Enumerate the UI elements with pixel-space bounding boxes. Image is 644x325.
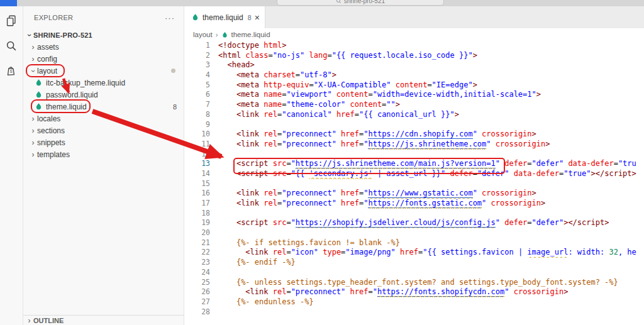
code-line[interactable]: 14 <script src="{{ 'secondary.js' | asse…: [185, 169, 644, 179]
chevron-right-icon: ›: [29, 114, 37, 123]
code-line[interactable]: 7 <meta name="theme-color" content="">: [185, 100, 644, 110]
tree-item-itc-backup-theme-liquid[interactable]: itc-backup_theme.liquid: [23, 77, 184, 89]
code-line[interactable]: 1<!doctype html>: [185, 41, 644, 51]
code-line[interactable]: 17 <link rel="preconnect" href="https://…: [185, 199, 644, 209]
explorer-header: EXPLORER ···: [23, 6, 184, 29]
tree-item-label: config: [37, 55, 57, 63]
code-line-text: <meta charset="utf-8">: [218, 70, 644, 80]
tree-item-password-liquid[interactable]: password.liquid: [23, 89, 184, 101]
code-line[interactable]: 26 <link rel="preconnect" href="https://…: [185, 287, 644, 297]
code-line-text: [218, 209, 644, 219]
line-number: 22: [185, 248, 218, 258]
code-line-text: {%- endunless -%}: [218, 297, 644, 307]
code-line[interactable]: 21 {%- if settings.favicon != blank -%}: [185, 238, 644, 248]
tree-item-locales[interactable]: ›locales: [23, 113, 184, 124]
explorer-icon[interactable]: [4, 13, 19, 28]
breadcrumb: layout › theme.liquid: [185, 28, 644, 41]
code-line[interactable]: 18: [185, 209, 644, 219]
search-icon: [336, 0, 341, 4]
tree-item-templates[interactable]: ›templates: [23, 148, 184, 160]
code-line-text: [218, 179, 644, 189]
breadcrumb-file[interactable]: theme.liquid: [231, 31, 270, 38]
code-line[interactable]: 11 <link rel="preconnect" href="https://…: [185, 140, 644, 150]
code-line-text: <!doctype html>: [218, 41, 644, 51]
editor-group: theme.liquid 8 × layout › theme.liquid 1…: [185, 6, 644, 325]
line-number: 10: [185, 129, 218, 140]
code-area[interactable]: 1<!doctype html>2<html class="no-js" lan…: [185, 41, 644, 325]
code-line[interactable]: 8 <link rel="canonical" href="{{ canonic…: [185, 110, 644, 120]
code-line[interactable]: 13 <script src="https://js.shrinetheme.c…: [185, 159, 644, 169]
line-number: 13: [185, 159, 218, 169]
line-number: 26: [185, 287, 218, 297]
code-line-text: <meta http-equiv="X-UA-Compatible" conte…: [218, 80, 644, 91]
code-line-text: <script src="https://js.shrinetheme.com/…: [218, 159, 644, 169]
line-number: 21: [185, 238, 218, 248]
line-number: 24: [185, 268, 218, 278]
line-number: 28: [185, 307, 218, 317]
code-line-text: <link rel="preconnect" href="https://cdn…: [218, 129, 644, 140]
code-line[interactable]: 5 <meta http-equiv="X-UA-Compatible" con…: [185, 80, 644, 91]
code-line[interactable]: 6 <meta name="viewport" content="width=d…: [185, 90, 644, 100]
tree-item-theme-liquid[interactable]: theme.liquid8: [23, 101, 184, 113]
tree-item-config[interactable]: ›config: [23, 53, 184, 65]
code-line[interactable]: 20: [185, 228, 644, 238]
code-line[interactable]: 12: [185, 150, 644, 160]
code-line[interactable]: 22 <link rel="icon" type="image/png" hre…: [185, 248, 644, 258]
code-line-text: [218, 268, 644, 278]
code-line[interactable]: 28: [185, 307, 644, 317]
line-number: 8: [185, 110, 218, 120]
shopify-icon[interactable]: S: [4, 63, 19, 79]
outline-section[interactable]: › OUTLINE: [23, 315, 184, 325]
line-number: 5: [185, 80, 218, 91]
tree-item-snippets[interactable]: ›snippets: [23, 136, 184, 148]
code-line-text: [218, 150, 644, 160]
tree-item-sections[interactable]: ›sections: [23, 124, 184, 136]
command-center-search[interactable]: shrine-pro-521: [277, 0, 444, 6]
tree-item-label: snippets: [37, 138, 65, 147]
code-line[interactable]: 15: [185, 179, 644, 189]
explorer-title: EXPLORER: [34, 14, 73, 21]
tab-title: theme.liquid: [203, 13, 243, 22]
code-line[interactable]: 10 <link rel="preconnect" href="https://…: [185, 129, 644, 140]
code-line[interactable]: 23 {%- endif -%}: [185, 258, 644, 268]
close-icon[interactable]: ×: [255, 13, 260, 23]
code-line[interactable]: 4 <meta charset="utf-8">: [185, 70, 644, 80]
code-line[interactable]: 27 {%- endunless -%}: [185, 297, 644, 307]
tree-item-label: locales: [37, 114, 60, 123]
line-number: 27: [185, 297, 218, 307]
line-number: 17: [185, 199, 218, 209]
code-line[interactable]: 2<html class="no-js" lang="{{ request.lo…: [185, 51, 644, 61]
tab-theme-liquid[interactable]: theme.liquid 8 ×: [185, 6, 265, 28]
code-line-text: <meta name="viewport" content="width=dev…: [218, 90, 644, 100]
chevron-right-icon: ›: [29, 126, 37, 135]
tree-item-label: templates: [37, 150, 70, 159]
line-number: 15: [185, 179, 218, 189]
code-line[interactable]: 24: [185, 268, 644, 278]
code-line[interactable]: 16 <link rel="preconnect" href="https://…: [185, 189, 644, 199]
line-number: 7: [185, 100, 218, 110]
line-number: 20: [185, 228, 218, 238]
breadcrumb-folder[interactable]: layout: [193, 31, 213, 38]
line-number: 14: [185, 169, 218, 179]
line-number: 9: [185, 120, 218, 130]
line-number: 19: [185, 218, 218, 228]
code-line[interactable]: 19 <script src="https://shopify.jsdelive…: [185, 218, 644, 228]
code-line-text: [218, 120, 644, 130]
code-line[interactable]: 25 {%- unless settings.type_header_font.…: [185, 278, 644, 288]
search-activity-icon[interactable]: [4, 38, 19, 53]
code-line[interactable]: 9: [185, 120, 644, 130]
chevron-down-icon: ›: [29, 67, 38, 75]
code-line-text: [218, 307, 644, 317]
tree-item-layout[interactable]: ›layout: [23, 65, 184, 77]
code-line[interactable]: 3 <head>: [185, 60, 644, 70]
chevron-right-icon: ›: [29, 43, 37, 52]
explorer-tree: ›SHRINE-PRO-521›assets›config›layoutitc-…: [23, 29, 184, 160]
tree-item-shrine-pro-521[interactable]: ›SHRINE-PRO-521: [23, 29, 184, 41]
tree-item-label: itc-backup_theme.liquid: [46, 79, 125, 87]
tree-item-assets[interactable]: ›assets: [23, 41, 184, 53]
dock-icon: [0, 0, 17, 6]
code-line-text: <script src="{{ 'secondary.js' | asset_u…: [218, 169, 644, 179]
tree-item-label: password.liquid: [46, 91, 98, 99]
more-actions-icon[interactable]: ···: [165, 13, 175, 23]
liquid-file-icon: [221, 31, 228, 38]
